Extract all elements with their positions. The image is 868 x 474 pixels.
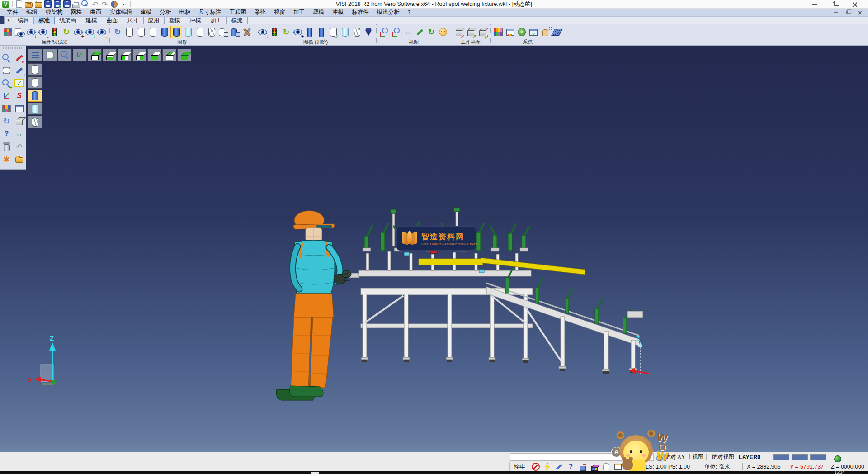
mesh-mode-icon[interactable] <box>206 26 217 38</box>
workplane-origin-icon[interactable]: ↙ <box>453 26 465 38</box>
menu-item-12[interactable]: 视窗 <box>270 8 289 17</box>
wireframe-mode-icon[interactable] <box>123 26 135 38</box>
refresh-filters-icon[interactable] <box>61 26 72 38</box>
system-palette-icon[interactable] <box>504 26 516 38</box>
advanced-apply-icon[interactable]: ✓ <box>327 26 339 38</box>
close-button[interactable] <box>844 0 864 9</box>
view-top-button[interactable] <box>88 49 102 61</box>
workplane-entity-icon[interactable]: ↗ <box>465 26 476 38</box>
view-right-icon[interactable] <box>134 50 146 61</box>
color-table-icon[interactable] <box>492 26 504 38</box>
undo-edit-icon[interactable] <box>14 141 25 152</box>
view-left-button[interactable] <box>118 49 132 61</box>
redo-icon[interactable] <box>100 0 109 8</box>
absolute-view-label[interactable]: 绝对视图 <box>712 452 734 462</box>
view-bottom-button[interactable] <box>103 49 117 61</box>
render-wireframe-icon[interactable] <box>29 64 41 75</box>
render-settings-icon[interactable] <box>241 26 253 38</box>
window-small-icon[interactable] <box>612 463 623 471</box>
curve-edit-icon[interactable] <box>14 90 25 102</box>
new-file-icon[interactable] <box>15 0 24 8</box>
render-mesh-icon[interactable] <box>29 117 41 128</box>
menu-item-4[interactable]: 曲面 <box>86 8 106 17</box>
plane-select-icon[interactable] <box>1 65 13 76</box>
hide-all-icon[interactable]: - <box>96 26 108 38</box>
grid-settings-icon[interactable] <box>551 26 563 38</box>
render-mesh-button[interactable] <box>28 116 42 128</box>
render-hidden-line-button[interactable] <box>28 76 42 89</box>
view-back-button[interactable] <box>162 49 176 61</box>
status-input-field[interactable] <box>510 453 654 461</box>
advanced-show-hide-icon[interactable]: ± <box>292 26 304 38</box>
menu-item-3[interactable]: 网格 <box>67 8 86 17</box>
menu-item-10[interactable]: 工程图 <box>226 8 251 17</box>
view-iso-icon[interactable] <box>179 50 190 61</box>
print-preview-icon[interactable] <box>81 0 90 8</box>
tab-4[interactable]: 曲面 <box>102 17 123 24</box>
history-icon[interactable] <box>110 0 118 8</box>
show-hide-toggle-icon[interactable]: ± <box>72 26 84 38</box>
undo-icon[interactable] <box>91 0 99 8</box>
sketch-entity-icon[interactable]: ○ <box>14 65 25 76</box>
view-menu-button[interactable] <box>28 49 42 61</box>
shaded-edges-mode-icon[interactable] <box>170 26 182 38</box>
regenerate-icon[interactable] <box>1 115 13 127</box>
doc-restore-button[interactable] <box>842 9 854 16</box>
shaded-mode-icon[interactable] <box>159 26 170 38</box>
tab-3[interactable]: 建模 <box>81 17 102 24</box>
render-shaded-icon[interactable] <box>29 90 41 101</box>
layer-bar-2[interactable] <box>810 454 826 460</box>
measure-distance-icon[interactable] <box>14 128 25 140</box>
tab-7[interactable]: 塑模 <box>165 17 185 24</box>
quick-flash-icon[interactable] <box>542 463 553 471</box>
layer-bar-1[interactable] <box>792 454 808 460</box>
menu-item-11[interactable]: 系统 <box>250 8 270 17</box>
layer-manager-icon[interactable] <box>1 103 13 114</box>
zoom-in-icon[interactable]: + <box>1 77 13 89</box>
menu-item-8[interactable]: 电极 <box>175 8 195 17</box>
tab-9[interactable]: 加工 <box>206 17 227 24</box>
advanced-bar-2-icon[interactable] <box>316 26 327 38</box>
visi-logo-icon[interactable] <box>1 0 10 8</box>
no-entry-icon[interactable] <box>530 463 541 471</box>
hidden-line-mode-icon[interactable] <box>135 26 147 38</box>
restore-button[interactable] <box>825 0 844 9</box>
view-back-icon[interactable] <box>164 50 175 61</box>
open-project-icon[interactable] <box>14 153 25 165</box>
viewport-3d[interactable]: Z X Z 智造资料网 INTELLIGE <box>0 46 868 452</box>
menu-item-6[interactable]: 建模 <box>137 8 156 17</box>
menu-item-15[interactable]: 冲模 <box>328 8 348 17</box>
color-cube-icon[interactable] <box>589 463 600 471</box>
menu-item-5[interactable]: 实体编辑 <box>106 8 137 17</box>
transparent-mode-icon[interactable] <box>182 26 194 38</box>
view-mode-label[interactable]: 绝对 XY 上视图 <box>665 452 703 462</box>
tab-0[interactable]: 编辑 <box>13 17 34 24</box>
package-io-icon[interactable] <box>577 463 588 471</box>
tab-6[interactable]: 应用 <box>144 17 165 24</box>
workplane-view-icon[interactable]: ⇄ <box>476 26 488 38</box>
tab-2[interactable]: 线架构 <box>55 17 81 24</box>
axis-indicator-icon[interactable] <box>74 50 86 61</box>
open-file-icon[interactable] <box>24 0 33 8</box>
rotate-view-icon[interactable] <box>425 26 437 38</box>
menu-item-17[interactable]: 模流分析 <box>373 8 404 17</box>
view-top-icon[interactable] <box>89 50 101 61</box>
measure-view-icon[interactable] <box>402 26 414 38</box>
menu-item-0[interactable]: 文件 <box>3 8 22 17</box>
doc-minimize-button[interactable] <box>830 9 842 16</box>
tab-5[interactable]: 尺寸 <box>123 17 144 24</box>
axis-indicator-button[interactable] <box>73 49 87 61</box>
quick-access-more-icon[interactable] <box>119 0 128 8</box>
layer-color-bars[interactable] <box>773 452 829 462</box>
print-icon[interactable] <box>72 0 80 8</box>
filter-document-icon[interactable] <box>14 26 25 38</box>
edit-stamp-icon[interactable] <box>553 463 565 471</box>
delete-icon[interactable] <box>1 141 13 152</box>
select-plane-icon[interactable] <box>44 50 56 61</box>
zoom-search-icon[interactable] <box>59 50 71 61</box>
menu-item-13[interactable]: 加工 <box>289 8 309 17</box>
render-hidden-line-icon[interactable] <box>29 77 41 88</box>
context-help-icon[interactable] <box>565 463 576 471</box>
layer-bar-0[interactable] <box>773 454 789 460</box>
zoom-view-icon[interactable] <box>378 26 390 38</box>
